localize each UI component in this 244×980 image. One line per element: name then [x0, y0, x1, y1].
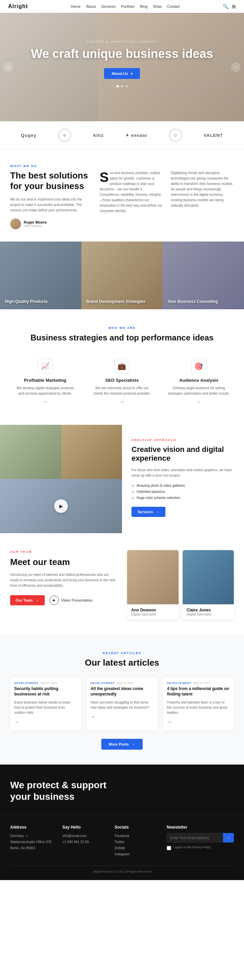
what-left: The best solutions for your business We …	[10, 170, 91, 229]
hero-next-button[interactable]: ›	[231, 62, 241, 72]
grid-icon[interactable]: ⊞	[232, 4, 236, 9]
article-2-title: All the greatest ideas come unexpectedly	[86, 685, 157, 700]
footer-cta: We protect & support your business	[0, 765, 244, 815]
who-title: Business strategies and top performance …	[10, 332, 234, 343]
hero-dots	[31, 85, 213, 88]
services-button[interactable]: Services →	[131, 507, 165, 517]
hero-title: We craft unique business ideas	[31, 47, 213, 60]
who-card-3-desc: Defining target audience for selling str…	[167, 385, 230, 396]
footer-social-dribble[interactable]: Dribble	[115, 845, 159, 851]
logos-bar: Qugey ⊚ Alliz ✦ envato ⊡ VALENT	[0, 121, 244, 150]
what-right-text: Digitalizing trends and disruptive techn…	[171, 170, 234, 208]
author-info: Roger Moore CEO Director	[24, 220, 47, 228]
hero-content: Finance & Innovation Company We craft un…	[17, 20, 227, 115]
what-tag: WHAT WE DO	[10, 164, 234, 168]
footer-address-line-3: Berlin, De 85001	[10, 845, 55, 851]
hero-cta-button[interactable]: About Us ▾	[104, 68, 140, 79]
what-grid: The best solutions for your business We …	[10, 170, 234, 229]
more-posts-button[interactable]: More Posts →	[101, 739, 143, 750]
who-cards: 📈 Profitable Marketing We develop digita…	[10, 355, 234, 408]
article-2-arrow[interactable]: →	[86, 713, 157, 721]
team-card-1-photo	[127, 550, 179, 605]
footer-subscribe-button[interactable]: →	[223, 833, 234, 842]
who-card-3-title: Audience Analysis	[167, 378, 230, 383]
footer-address-line-1: Germany —	[10, 833, 55, 839]
who-card-1-arrow[interactable]: →	[14, 399, 77, 404]
nav-contact[interactable]: Contact	[167, 5, 180, 8]
footer-social-instagram[interactable]: Instagram	[115, 851, 159, 858]
footer-address-col: Address Germany — Waldemarstraße Office …	[10, 825, 55, 858]
author-block: Roger Moore CEO Director	[10, 218, 91, 229]
team-section: OUR TEAM Meet our team Introducing our t…	[0, 533, 244, 635]
creative-img-1	[0, 425, 61, 479]
team-card-2-info: Claire Jones Digital Specialist	[183, 605, 234, 620]
footer-address-line-2: Waldemarstraße Office 478	[10, 839, 55, 845]
team-member-2-role: Digital Specialist	[187, 612, 230, 616]
footer-socials-title: Socials	[115, 825, 159, 830]
navbar-icons: 🔍 ⊞	[223, 4, 236, 9]
footer-email-input[interactable]	[167, 833, 223, 842]
who-card-2-arrow[interactable]: →	[91, 399, 154, 404]
author-title: CEO Director	[24, 224, 47, 228]
articles-title: Our latest articles	[10, 657, 234, 668]
article-3-title: 4 tips from a millennial guide on findin…	[163, 685, 234, 700]
footer-agree-checkbox[interactable]	[167, 846, 171, 850]
who-card-2: 💼 SEO Specialists We are extremely proud…	[87, 355, 157, 408]
article-1-arrow[interactable]: →	[10, 718, 81, 726]
nav-services[interactable]: Services	[101, 5, 116, 8]
logo: Alright	[8, 3, 28, 10]
what-mid-text: S et new business priorities, outline pl…	[100, 170, 163, 214]
hero-prev-button[interactable]: ‹	[3, 62, 13, 72]
gallery-item-1: High-Quality Products	[0, 242, 81, 309]
nav-home[interactable]: Home	[71, 5, 81, 8]
video-presentation-link[interactable]: ▶ Video Presentation	[49, 595, 93, 605]
footer-cta-title: We protect & support your business	[10, 780, 125, 802]
creative-images: ▶	[0, 425, 122, 533]
article-1-meta: DEVELOPMENT May 16, 2022	[10, 678, 81, 685]
article-1-desc: Every business owner needs to know how t…	[10, 700, 81, 718]
creative-img-2	[61, 425, 122, 479]
who-card-1-title: Profitable Marketing	[14, 378, 77, 383]
articles-tag: RECENT ARTICLES	[10, 651, 234, 655]
article-3-desc: Powerful and talented team is a key to t…	[163, 700, 234, 718]
navbar: Alright Home About Services Portfolio Bl…	[0, 0, 244, 13]
our-team-button[interactable]: Our Team →	[10, 595, 45, 605]
footer-contact-col: Say Hello info@email.com +1 840 841 25 6…	[62, 825, 107, 858]
what-title: The best solutions for your business	[10, 170, 91, 191]
hero-dot-1[interactable]	[116, 85, 119, 88]
nav-shop[interactable]: Shop	[153, 5, 162, 8]
nav-blog[interactable]: Blog	[140, 5, 147, 8]
article-2-date: May 16, 2022	[117, 682, 133, 685]
who-tag: WHO WE ARE	[10, 326, 234, 329]
footer-social-facebook[interactable]: Facebook	[115, 833, 159, 839]
article-3-arrow[interactable]: →	[163, 718, 234, 726]
search-icon[interactable]: 🔍	[223, 4, 228, 9]
play-button[interactable]: ▶	[54, 499, 68, 513]
creative-tag: CREATIVE APPROACH	[131, 438, 234, 442]
footer-grid: Address Germany — Waldemarstraße Office …	[10, 815, 234, 865]
footer-copyright: Alright/Themes © 2022 All Rights Reserve…	[10, 865, 234, 873]
footer-email-row: →	[167, 833, 234, 842]
articles-grid: DEVELOPMENT May 16, 2022 Security habits…	[10, 678, 234, 731]
hero-dot-2[interactable]	[121, 85, 123, 88]
articles-more: More Posts →	[10, 739, 234, 750]
nav-about[interactable]: About	[86, 5, 96, 8]
who-card-1: 📈 Profitable Marketing We develop digita…	[10, 355, 80, 408]
check-icon-1: ✓	[131, 484, 134, 488]
hero-dot-3[interactable]	[125, 85, 128, 88]
gallery-label-1: High-Quality Products	[5, 299, 48, 304]
footer-social-twitter[interactable]: Twitter	[115, 839, 159, 845]
nav-portfolio[interactable]: Portfolio	[121, 5, 134, 8]
team-left: OUR TEAM Meet our team Introducing our t…	[10, 550, 117, 605]
who-card-1-desc: We develop digital strategies products a…	[14, 385, 77, 396]
creative-check-1: ✓ Amazing photo & video galleries	[131, 484, 234, 488]
footer-socials-col: Socials Facebook Twitter Dribble Instagr…	[115, 825, 159, 858]
creative-desc: For those who love video, animation and …	[131, 468, 234, 478]
creative-img-3: ▶	[0, 479, 122, 533]
footer-say-hello-title: Say Hello	[62, 825, 107, 830]
who-card-3: 🎯 Audience Analysis Defining target audi…	[164, 355, 234, 408]
who-card-3-arrow[interactable]: →	[167, 399, 230, 404]
footer-address-title: Address	[10, 825, 55, 830]
logo-circle: ⊚	[58, 129, 71, 142]
article-3-meta: DEVELOPMENT May 16, 2022	[163, 678, 234, 685]
